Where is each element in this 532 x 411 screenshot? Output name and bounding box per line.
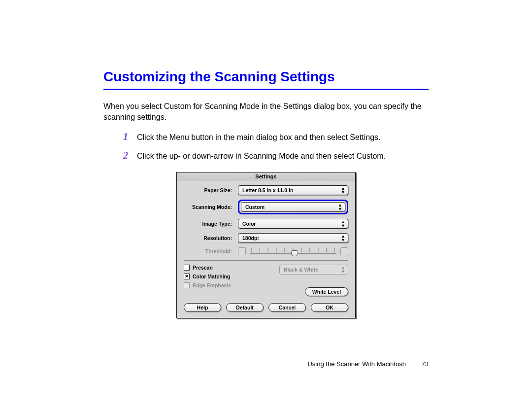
image-type-value: Color	[242, 221, 256, 227]
scanning-mode-value: Custom	[245, 204, 265, 210]
default-button[interactable]: Default	[226, 303, 264, 312]
footer-section: Using the Scanner With Macintosh	[307, 360, 405, 368]
paper-size-label: Paper Size:	[184, 187, 238, 193]
updown-icon: ▲▼	[341, 234, 345, 242]
scanning-mode-label: Scanning Mode:	[184, 204, 238, 210]
image-type-label: Image Type:	[184, 221, 238, 227]
resolution-dropdown[interactable]: 180dpi ▲▼	[238, 233, 348, 243]
edge-emphasis-checkbox	[184, 282, 190, 288]
slider-thumb	[291, 250, 298, 256]
color-matching-checkbox[interactable]	[184, 274, 190, 279]
step-item: 1 Click the Menu button in the main dial…	[123, 131, 429, 143]
steps-list: 1 Click the Menu button in the main dial…	[123, 131, 429, 161]
color-matching-label: Color Matching	[193, 274, 230, 279]
image-type-dropdown[interactable]: Color ▲▼	[238, 219, 348, 229]
step-number: 1	[123, 131, 137, 142]
updown-icon: ▲▼	[341, 186, 345, 194]
page-footer: Using the Scanner With Macintosh 73	[307, 360, 429, 368]
updown-icon: ▲▼	[341, 266, 345, 274]
scanning-mode-dropdown[interactable]: Custom ▲▼	[241, 202, 345, 212]
footer-page-number: 73	[422, 360, 429, 368]
paper-size-value: Letter 8.5 in x 11.0 in	[242, 187, 293, 193]
page-heading: Customizing the Scanning Settings	[103, 69, 429, 85]
ok-button[interactable]: OK	[311, 303, 348, 312]
resolution-label: Resolution:	[184, 235, 238, 241]
bw-dropdown: Black & White ▲▼	[279, 265, 348, 274]
threshold-label: Threshold:	[184, 248, 238, 254]
prescan-label: Prescan	[193, 265, 213, 271]
settings-dialog: Settings Paper Size: Letter 8.5 in x 11.…	[176, 172, 356, 318]
intro-paragraph: When you select Custom for Scanning Mode…	[103, 101, 429, 122]
step-text: Click the up- or down-arrow in Scanning …	[137, 151, 386, 162]
scanning-mode-highlight: Custom ▲▼	[238, 200, 348, 214]
help-button[interactable]: Help	[184, 303, 221, 312]
paper-size-dropdown[interactable]: Letter 8.5 in x 11.0 in ▲▼	[238, 185, 348, 195]
dialog-title: Settings	[177, 172, 355, 180]
updown-icon: ▲▼	[341, 220, 345, 228]
white-level-button[interactable]: White Level	[305, 287, 348, 296]
step-text: Click the Menu button in the main dialog…	[137, 132, 381, 143]
resolution-value: 180dpi	[242, 235, 259, 241]
cancel-button[interactable]: Cancel	[268, 303, 306, 312]
threshold-increment	[340, 247, 348, 255]
step-item: 2 Click the up- or down-arrow in Scannin…	[123, 150, 429, 162]
threshold-decrement	[238, 247, 246, 255]
threshold-slider: |||||||||||	[250, 247, 336, 255]
bw-value: Black & White	[284, 267, 318, 273]
separator	[184, 260, 348, 261]
step-number: 2	[123, 150, 137, 161]
updown-icon: ▲▼	[338, 203, 342, 211]
edge-emphasis-label: Edge Emphasis	[193, 282, 231, 288]
heading-rule	[103, 89, 429, 90]
prescan-checkbox[interactable]	[184, 265, 190, 271]
